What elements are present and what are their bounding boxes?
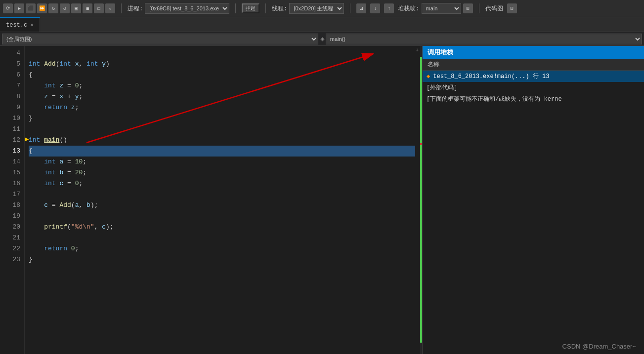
- process-label: 进程:: [128, 4, 143, 13]
- code-line-4: [29, 48, 422, 59]
- thread-section: 线程: [0x2D20] 主线程: [272, 3, 344, 14]
- ln-11: 11: [2, 124, 20, 135]
- code-line-18: c = Add(a, b);: [29, 200, 422, 211]
- stack-text-2: [下面的框架可能不正确和/或缺失，没有为 kerne: [427, 95, 562, 103]
- tab-bar: test.c ×: [0, 17, 644, 32]
- stack-section: 堆栈帧: main ⊞: [398, 3, 472, 14]
- panel-col-header: 名称: [423, 59, 644, 71]
- toolbar-icon-1[interactable]: ⟳: [3, 3, 13, 13]
- separator-3: [265, 3, 266, 13]
- panel-header: 调用堆栈: [423, 46, 644, 59]
- code-line-9: return z;: [29, 102, 422, 113]
- step-icon[interactable]: ↓: [370, 3, 380, 13]
- toolbar-icon-8[interactable]: ◼: [83, 3, 92, 13]
- ln-9: 9: [2, 102, 20, 113]
- code-content: 4 5 6 7 8 9 10 11 12 13 14 15 16 17 18 1…: [0, 46, 422, 354]
- code-icon[interactable]: 代码图: [485, 4, 503, 13]
- code-line-10: }: [29, 113, 422, 124]
- ln-7: 7: [2, 80, 20, 91]
- toolbar-icon-2[interactable]: ▶: [14, 3, 24, 13]
- right-panel: 调用堆栈 名称 ◆ test_8_6_2013.exe!main(...) 行 …: [423, 46, 644, 354]
- stack-item-1[interactable]: [外部代码]: [423, 82, 644, 93]
- main-area: 4 5 6 7 8 9 10 11 12 13 14 15 16 17 18 1…: [0, 46, 644, 354]
- scope-bar: (全局范围) ◈ main(): [0, 32, 644, 46]
- ln-14: 14: [2, 157, 20, 167]
- tab-file[interactable]: test.c ×: [0, 17, 40, 32]
- code-line-12: int main(): [29, 135, 422, 146]
- separator-4: [350, 3, 350, 13]
- toolbar-icon-3[interactable]: ⬛: [26, 3, 36, 13]
- process-section: 进程: [0x69C8] test_8_6_2013.exe: [128, 3, 229, 14]
- ln-5: 5: [2, 59, 20, 70]
- code-line-21: [29, 233, 422, 243]
- stack-text-1: [外部代码]: [427, 83, 457, 92]
- ln-19: 19: [2, 211, 20, 222]
- margin-bar: [420, 46, 422, 354]
- code-line-23: }: [29, 254, 422, 265]
- ln-12: 12: [2, 135, 20, 146]
- code-line-5: int Add(int x, int y): [29, 59, 422, 70]
- code-editor[interactable]: 4 5 6 7 8 9 10 11 12 13 14 15 16 17 18 1…: [0, 46, 423, 354]
- line-numbers: 4 5 6 7 8 9 10 11 12 13 14 15 16 17 18 1…: [0, 46, 25, 354]
- toolbar-icon-6[interactable]: ↺: [60, 3, 70, 13]
- separator-2: [235, 3, 236, 13]
- ln-20: 20: [2, 222, 20, 233]
- thread-label: 线程:: [272, 4, 287, 13]
- code-line-16: int c = 0;: [29, 178, 422, 189]
- ln-18: 18: [2, 200, 20, 211]
- code-line-8: z = x + y;: [29, 91, 422, 102]
- tab-close-button[interactable]: ×: [30, 22, 34, 28]
- toolbar-icon-4[interactable]: ⏩: [37, 3, 47, 13]
- ln-6: 6: [2, 70, 20, 80]
- ln-8: 8: [2, 91, 20, 102]
- toolbar-icon-7[interactable]: ▣: [71, 3, 81, 13]
- ln-22: 22: [2, 243, 20, 254]
- stack-label: 堆栈帧:: [398, 4, 419, 13]
- stack-arrow-0: ◆: [427, 73, 430, 80]
- code-line-13: {: [29, 146, 422, 157]
- separator-5: [479, 3, 479, 13]
- code-line-17: [29, 189, 422, 200]
- code-icon-btn[interactable]: ⊟: [507, 3, 517, 13]
- panel-content: ◆ test_8_6_2013.exe!main(...) 行 13 [外部代码…: [423, 71, 644, 354]
- stack-item-0[interactable]: ◆ test_8_6_2013.exe!main(...) 行 13: [423, 71, 644, 82]
- code-line-22: return 0;: [29, 243, 422, 254]
- stack-dropdown[interactable]: main: [422, 3, 461, 14]
- scope-left-dropdown[interactable]: (全局范围): [2, 34, 318, 44]
- ln-17: 17: [2, 189, 20, 200]
- ln-23: 23: [2, 254, 20, 265]
- tab-filename: test.c: [6, 22, 27, 29]
- toolbar-icons: ⟳ ▶ ⬛ ⏩ ↻ ↺ ▣ ◼ ◻ ⬦: [3, 3, 115, 13]
- process-dropdown[interactable]: [0x69C8] test_8_6_2013.exe: [145, 3, 229, 14]
- scope-icon: ◈: [320, 35, 324, 43]
- separator-1: [121, 3, 122, 13]
- add-button[interactable]: +: [416, 48, 419, 53]
- step2-icon[interactable]: ↑: [384, 3, 394, 13]
- ln-10: 10: [2, 113, 20, 124]
- ln-13: 13: [2, 146, 20, 157]
- suspend-button[interactable]: 挂起: [242, 3, 259, 13]
- editor-scrollbar[interactable]: +: [415, 46, 422, 354]
- code-line-19: [29, 211, 422, 222]
- green-bar-1: [420, 57, 422, 143]
- toolbar-icon-10[interactable]: ⬦: [105, 3, 115, 13]
- code-line-14: int a = 10;: [29, 157, 422, 167]
- thread-dropdown[interactable]: [0x2D20] 主线程: [289, 3, 344, 14]
- code-line-7: int z = 0;: [29, 80, 422, 91]
- stack-item-2[interactable]: [下面的框架可能不正确和/或缺失，没有为 kerne: [423, 93, 644, 105]
- ln-15: 15: [2, 167, 20, 178]
- toolbar-icon-5[interactable]: ↻: [48, 3, 58, 13]
- green-bar-2: [420, 145, 422, 343]
- ln-21: 21: [2, 233, 20, 243]
- code-lines: int Add(int x, int y) { int z = 0; z = x…: [25, 46, 422, 354]
- ln-4: 4: [2, 48, 20, 59]
- stack-text-0: test_8_6_2013.exe!main(...) 行 13: [433, 72, 549, 80]
- stack-icon[interactable]: ⊞: [463, 3, 473, 13]
- filter-icon[interactable]: ⊿: [356, 3, 366, 13]
- code-line-11: [29, 124, 422, 135]
- code-line-15: int b = 20;: [29, 167, 422, 178]
- code-line-6: {: [29, 70, 422, 80]
- scope-right-dropdown[interactable]: main(): [326, 34, 642, 44]
- toolbar-icon-9[interactable]: ◻: [94, 3, 104, 13]
- code-line-20: printf("%d\n", c);: [29, 222, 422, 233]
